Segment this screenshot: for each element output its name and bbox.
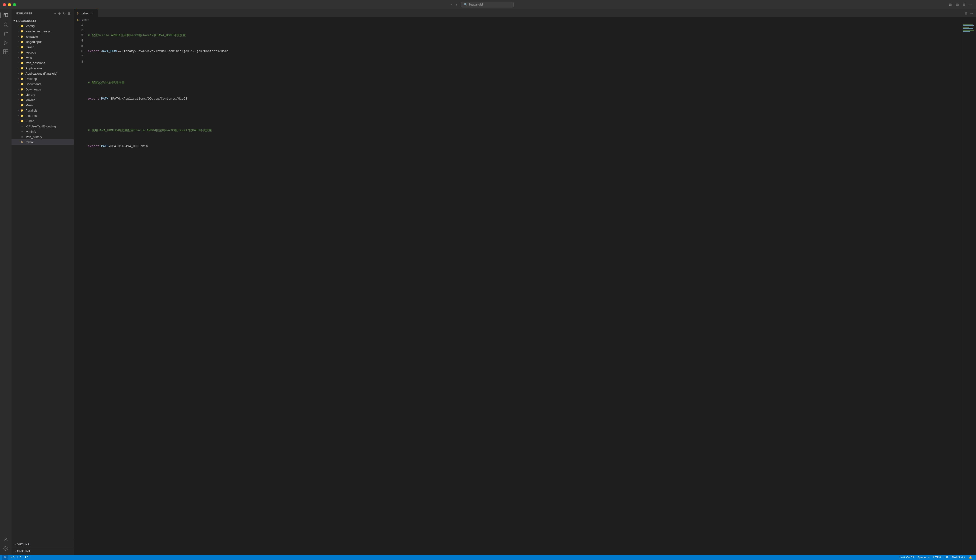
statusbar: ✕ ⊘ 0 ⚠ 0 ℹ 0 Ln 8, Col 33 Spaces: 4 UTF… xyxy=(0,555,976,560)
sidebar-item-applications-parallels[interactable]: › 📁 Applications (Parallels) xyxy=(12,71,74,76)
minimap-content xyxy=(962,22,976,34)
svg-point-11 xyxy=(5,548,7,549)
status-spaces[interactable]: Spaces: 4 xyxy=(916,555,931,560)
status-line-ending[interactable]: LF xyxy=(943,555,950,560)
status-info[interactable]: ℹ 0 xyxy=(23,555,30,560)
breadcrumb-filename: .zshrc xyxy=(82,18,89,22)
sidebar-item-cfusertextencoding[interactable]: ≡ .CFUserTextEncoding xyxy=(12,123,74,129)
sidebar-item-zshrc[interactable]: $ .zshrc xyxy=(12,139,74,145)
chevron-right-icon: › xyxy=(16,108,20,112)
layout-toggle-button[interactable]: ⊞ xyxy=(962,2,966,7)
item-label: Library xyxy=(25,93,35,97)
root-folder[interactable]: ▾ LIUGUANGLEI xyxy=(12,18,74,23)
chevron-right-icon: › xyxy=(16,82,20,86)
sidebar-item-zsh-history[interactable]: ≡ .zsh_history xyxy=(12,134,74,139)
activity-debug[interactable] xyxy=(2,38,10,47)
folder-icon: 📁 xyxy=(20,45,24,49)
activity-account[interactable] xyxy=(2,535,10,544)
chevron-right-icon: › xyxy=(16,45,20,49)
folder-icon: 📁 xyxy=(20,87,24,91)
new-folder-button[interactable]: ⊕ xyxy=(58,11,62,16)
error-count: 0 xyxy=(13,556,14,559)
collapse-all-button[interactable]: ⊟ xyxy=(67,11,71,16)
sidebar-item-downloads[interactable]: › 📁 Downloads xyxy=(12,87,74,92)
outline-header[interactable]: › OUTLINE xyxy=(12,542,74,547)
activity-explorer[interactable] xyxy=(2,11,10,20)
svg-marker-5 xyxy=(4,41,7,45)
svg-rect-6 xyxy=(3,50,5,52)
sidebar-item-zsh-sessions[interactable]: › 📁 .zsh_sessions xyxy=(12,60,74,65)
chevron-right-icon: › xyxy=(16,77,20,81)
shell-script-icon: $ xyxy=(20,140,24,144)
timeline-header[interactable]: › TIMELINE xyxy=(12,549,74,554)
item-label: Public xyxy=(25,119,34,123)
item-label: .oracle_jre_usage xyxy=(25,30,50,33)
folder-icon: 📁 xyxy=(20,72,24,75)
sidebar-item-trash[interactable]: › 📁 .Trash xyxy=(12,44,74,50)
tab-zshrc[interactable]: $ .zshrc × xyxy=(74,9,98,17)
svg-rect-9 xyxy=(6,52,8,54)
status-encoding[interactable]: UTF-8 xyxy=(931,555,943,560)
more-actions-button[interactable]: ··· xyxy=(969,11,974,16)
more-button[interactable]: ··· xyxy=(968,2,973,7)
status-position[interactable]: Ln 8, Col 33 xyxy=(898,555,916,560)
chevron-right-icon: › xyxy=(16,56,20,60)
svg-rect-7 xyxy=(6,50,8,52)
activitybar xyxy=(0,9,12,555)
folder-icon: 📁 xyxy=(20,50,24,54)
status-bell[interactable]: 🔔 xyxy=(967,555,974,560)
item-label: .wns xyxy=(25,56,32,60)
breadcrumb-icon: $ xyxy=(77,18,79,22)
activity-search[interactable] xyxy=(2,20,10,29)
sidebar-item-wns[interactable]: › 📁 .wns xyxy=(12,55,74,60)
sidebar-item-vscode[interactable]: › 📁 .vscode xyxy=(12,50,74,55)
sidebar-item-oracle-jre[interactable]: › 📁 .oracle_jre_usage xyxy=(12,28,74,34)
maximize-button[interactable] xyxy=(13,3,16,6)
sidebar-item-library[interactable]: › 📁 Library xyxy=(12,92,74,97)
refresh-button[interactable]: ↻ xyxy=(62,11,66,16)
sidebar-item-music[interactable]: › 📁 Music xyxy=(12,102,74,108)
sidebar: EXPLORER + ⊕ ↻ ⊟ ▾ LIUGUANGLEI › 📁 .conf xyxy=(12,9,74,555)
item-label: .snipaste xyxy=(25,35,38,38)
code-editor[interactable]: # 配置Oracle ARM64位架构macOS版Java17的JAVA_HOM… xyxy=(86,22,962,555)
search-input[interactable] xyxy=(469,3,511,6)
sidebar-item-viminfo[interactable]: ≡ .viminfo xyxy=(12,129,74,134)
sidebar-item-applications[interactable]: › 📁 Applications xyxy=(12,65,74,71)
status-errors[interactable]: ⊘ 0 ⚠ 0 xyxy=(8,555,23,560)
sidebar-item-documents[interactable]: › 📁 Documents xyxy=(12,81,74,87)
svg-point-4 xyxy=(4,35,5,35)
breadcrumb-separator: › xyxy=(80,18,80,22)
svg-line-1 xyxy=(7,25,8,27)
activity-git[interactable] xyxy=(2,29,10,38)
sidebar-item-desktop[interactable]: › 📁 Desktop xyxy=(12,76,74,81)
status-language[interactable]: Shell Script xyxy=(949,555,967,560)
minimize-button[interactable] xyxy=(8,3,11,6)
split-editor-button[interactable]: ⊟ xyxy=(948,2,953,7)
sidebar-item-pictures[interactable]: › 📁 Pictures xyxy=(12,113,74,118)
search-bar[interactable]: 🔍 xyxy=(461,2,514,7)
tab-close-button[interactable]: × xyxy=(90,11,94,16)
status-branch[interactable]: ✕ xyxy=(2,555,8,560)
editor-content[interactable]: 1 2 3 4 5 6 7 8 # 配置Oracle ARM64位架构macOS… xyxy=(74,22,976,555)
encoding-text: UTF-8 xyxy=(933,556,941,559)
new-file-button[interactable]: + xyxy=(54,11,57,16)
folder-icon: 📁 xyxy=(20,61,24,65)
sidebar-item-movies[interactable]: › 📁 Movies xyxy=(12,97,74,102)
split-right-button[interactable]: ⊟ xyxy=(964,11,968,16)
sidebar-item-snipaste[interactable]: › 📁 .snipaste xyxy=(12,34,74,39)
sidebar-item-sogouinput[interactable]: › 📁 .sogouinput xyxy=(12,39,74,44)
activity-settings[interactable] xyxy=(2,544,10,553)
folder-icon: 📁 xyxy=(20,93,24,97)
layout-button[interactable]: ▤ xyxy=(954,2,960,7)
sidebar-item-public[interactable]: › 📁 Public xyxy=(12,118,74,123)
chevron-right-icon: › xyxy=(16,103,20,107)
close-button[interactable] xyxy=(3,3,6,6)
sidebar-item-parallels[interactable]: › 📁 Parallels xyxy=(12,108,74,113)
info-count: 0 xyxy=(27,556,28,559)
sidebar-item-config[interactable]: › 📁 .config xyxy=(12,23,74,28)
back-button[interactable]: ‹ xyxy=(450,2,453,7)
code-line-5: export PATH=$PATH:/Applications/QQ.app/C… xyxy=(88,96,962,102)
activity-extensions[interactable] xyxy=(2,48,10,56)
tab-file-icon: $ xyxy=(77,12,79,15)
forward-button[interactable]: › xyxy=(455,2,458,7)
